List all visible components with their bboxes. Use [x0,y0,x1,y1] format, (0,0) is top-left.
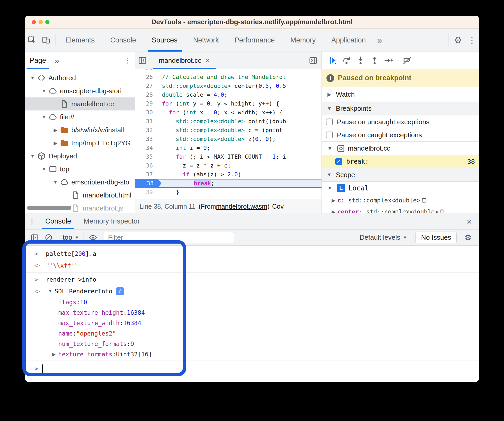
step-over-button[interactable] [341,55,352,66]
line-number-30[interactable]: 30 [135,108,157,117]
step-button[interactable] [383,55,394,66]
code-token: 4.0 [214,91,224,98]
console-prompt-row[interactable]: > [25,362,479,375]
clear-console-button[interactable] [43,232,54,243]
tab-memory[interactable]: Memory [282,29,324,52]
tree-item-b-s-w-ir-x-w-install[interactable]: ▶b/s/w/ir/x/w/install [25,123,135,137]
live-expression-button[interactable] [87,232,99,243]
drawer-menu-button[interactable]: ⋮ [26,216,38,227]
line-number-34[interactable]: 34 [135,144,157,152]
drawer-tab-console[interactable]: Console [39,213,77,229]
tab-sources[interactable]: Sources [144,29,185,52]
pause-uncaught-checkbox[interactable] [326,119,333,125]
tab-network[interactable]: Network [185,29,227,52]
console-result-row: <·"'\\xff'" [25,259,479,271]
line-number-25[interactable]: 25 [135,69,157,73]
code-token: ( [172,100,179,107]
cloud-icon [60,178,69,187]
line-number-35[interactable]: 35 [135,152,157,161]
breakpoint-entry[interactable]: ✓ break; 38 [322,155,479,168]
debugger-toolbar [322,52,479,69]
close-drawer-button[interactable]: × [463,216,475,227]
line-number-33[interactable]: 33 [135,135,157,144]
settings-button[interactable]: ⚙ [452,34,464,46]
tree-item-label: tmp/tmp.ELcTq2YG [71,139,131,147]
breakpoint-checkbox[interactable]: ✓ [335,158,342,165]
line-number-36[interactable]: 36 [135,161,157,170]
tab-console[interactable]: Console [103,29,144,52]
tree-item-top[interactable]: ▼top [25,163,135,176]
editor-tab-mandelbrot-cc[interactable]: mandelbrot.cc × [153,52,216,69]
context-selector[interactable]: top▼ [60,233,81,242]
console-sidebar-button[interactable] [29,232,40,243]
resume-script-button[interactable] [327,55,338,66]
collapse-left-panel-button[interactable] [137,55,148,66]
code-line-content: if (abs(z) > 2.0) [157,170,322,179]
line-number-32[interactable]: 32 [135,126,157,135]
line-number-39[interactable]: 39 [135,188,157,197]
code-token [166,180,194,187]
no-issues-button[interactable]: No Issues [415,232,457,243]
tab-application[interactable]: Application [324,29,374,52]
log-levels-selector[interactable]: Default levels▼ [355,233,411,242]
close-tab-icon[interactable]: × [205,56,210,65]
scope-var-c[interactable]: ▶c: std::complex<double> [322,195,479,206]
cloud-icon [48,113,57,121]
main-menu-button[interactable]: ⋮ [466,34,478,46]
tree-item-authored[interactable]: ▼Authored [25,71,135,84]
more-tabs-button[interactable]: » [374,35,386,45]
tree-item-emscripten-dbg-stori[interactable]: ▼emscripten-dbg-stori [25,84,135,97]
code-token: int [186,109,197,116]
line-number-31[interactable]: 31 [135,117,157,126]
code-token: c = (point [245,127,283,133]
scope-local-row[interactable]: ▼ L Local [322,182,479,195]
property-name: max_texture_height [58,309,123,316]
console-property-row[interactable]: ▶texture_formats: Uint32[16] [25,349,479,360]
scope-section-header[interactable]: ▼ Scope [322,168,479,182]
editor-tab-strip: mandelbrot.cc × [135,52,322,69]
chevron-down-icon: ▼ [29,153,36,159]
line-number-28[interactable]: 28 [135,90,157,99]
variable-type: std::complex<double> [366,208,438,213]
deactivate-breakpoints-button[interactable] [401,55,413,66]
drawer-tab-memory-inspector[interactable]: Memory Inspector [77,213,146,229]
step-out-button[interactable] [369,55,380,66]
pause-caught-checkbox[interactable] [326,132,333,138]
tree-item-emscripten-dbg-sto[interactable]: ▼emscripten-dbg-sto [25,176,135,189]
tree-item-tmp-tmp-elctq2yg[interactable]: ▶tmp/tmp.ELcTq2YG [25,137,135,150]
scope-var-center[interactable]: ▶center: std::complex<double> [322,206,479,213]
tab-page[interactable]: Page [25,52,51,69]
wasm-source-link[interactable]: mandelbrot.wasm [216,203,267,210]
tab-performance[interactable]: Performance [227,29,283,52]
more-sidebar-tabs-button[interactable]: » [51,55,63,66]
breakpoints-section-header[interactable]: ▼ Breakpoints [322,102,479,115]
expand-right-panel-button[interactable] [307,55,319,66]
info-badge-icon[interactable]: i [116,287,124,295]
console-filter-input[interactable] [104,232,234,243]
console-settings-button[interactable]: ⚙ [462,232,474,243]
tree-item-deployed[interactable]: ▼Deployed [25,150,135,163]
step-into-button[interactable] [355,55,366,66]
horizontal-scrollbar-thumb[interactable] [27,206,71,210]
code-line-36: 36 z = z * z + c; [135,161,322,170]
breakpoint-file-group[interactable]: ▼ mandelbrot.cc [322,141,479,155]
tree-item-file-[interactable]: ▼file:// [25,110,135,123]
code-area[interactable]: 2526// Calculate and draw the Mandelbrot… [135,69,322,200]
line-number-26[interactable]: 26 [135,73,157,82]
console-object-row[interactable]: <·▼SDL_RendererInfoi [25,285,479,297]
watch-section-header[interactable]: ▶ Watch [322,87,479,102]
line-number-29[interactable]: 29 [135,99,157,108]
code-token: 16384 [127,309,145,316]
tree-item-mandelbrot-cc[interactable]: mandelbrot.cc [25,97,135,110]
sidebar-menu-button[interactable]: ⋮ [122,55,133,66]
line-number-38[interactable]: 38 [135,179,161,188]
line-number-37[interactable]: 37 [135,170,157,179]
code-token: center( [231,83,259,89]
inspect-element-button[interactable] [26,34,38,46]
tree-item-mandelbrot-html[interactable]: mandelbrot.html [25,189,135,202]
toolbar-separator [55,34,55,46]
line-number-27[interactable]: 27 [135,82,157,90]
device-toolbar-button[interactable] [40,34,52,46]
console-output[interactable]: >palette[200].a<·"'\\xff'">renderer->inf… [25,246,479,382]
tab-elements[interactable]: Elements [58,29,103,52]
